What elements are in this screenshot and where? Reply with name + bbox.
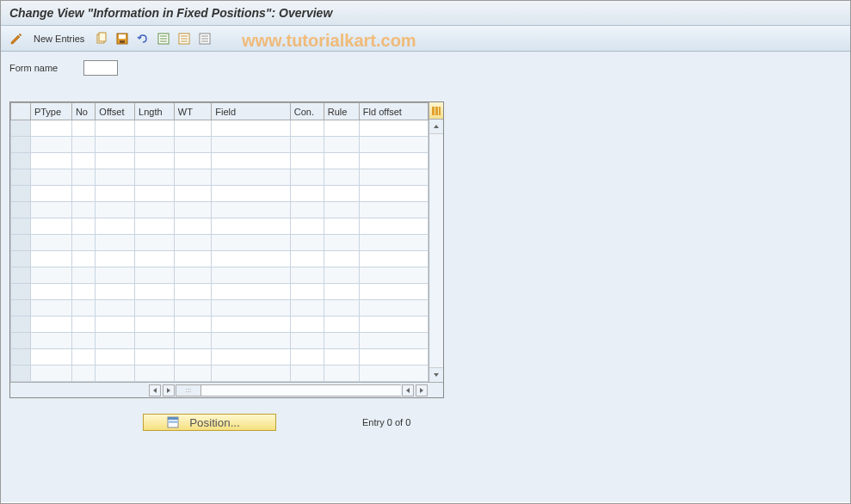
cell[interactable]	[30, 137, 71, 153]
col-con[interactable]: Con.	[290, 103, 324, 120]
col-fldoffset[interactable]: Fld offset	[359, 103, 428, 120]
cell[interactable]	[135, 218, 175, 235]
cell[interactable]	[135, 137, 175, 153]
col-offset[interactable]: Offset	[96, 103, 135, 120]
cell[interactable]	[324, 284, 359, 300]
cell[interactable]	[71, 333, 95, 349]
toggle-change-icon[interactable]	[8, 31, 25, 46]
cell[interactable]	[290, 202, 324, 218]
cell[interactable]	[212, 137, 291, 153]
cell[interactable]	[212, 284, 291, 300]
cell[interactable]	[30, 153, 71, 169]
cell[interactable]	[359, 251, 428, 267]
cell[interactable]	[324, 366, 359, 382]
cell[interactable]	[174, 317, 211, 333]
cell[interactable]	[96, 169, 135, 186]
cell[interactable]	[212, 251, 291, 267]
cell[interactable]	[30, 202, 71, 218]
cell[interactable]	[324, 202, 359, 218]
row-selector[interactable]	[11, 218, 31, 235]
cell[interactable]	[212, 153, 291, 169]
copy-icon[interactable]	[93, 31, 110, 46]
cell[interactable]	[96, 300, 135, 317]
cell[interactable]	[290, 169, 324, 186]
cell[interactable]	[96, 218, 135, 235]
cell[interactable]	[212, 349, 291, 366]
cell[interactable]	[96, 267, 135, 284]
cell[interactable]	[30, 186, 71, 202]
undo-icon[interactable]	[134, 31, 151, 46]
deselect-all-icon[interactable]	[176, 31, 193, 46]
cell[interactable]	[212, 267, 291, 284]
cell[interactable]	[135, 267, 175, 284]
cell[interactable]	[324, 153, 359, 169]
cell[interactable]	[290, 300, 324, 317]
cell[interactable]	[30, 300, 71, 317]
cell[interactable]	[135, 317, 175, 333]
cell[interactable]	[324, 186, 359, 202]
cell[interactable]	[96, 284, 135, 300]
cell[interactable]	[290, 153, 324, 169]
cell[interactable]	[324, 235, 359, 251]
cell[interactable]	[30, 120, 71, 137]
cell[interactable]	[359, 284, 428, 300]
cell[interactable]	[174, 267, 211, 284]
cell[interactable]	[30, 169, 71, 186]
cell[interactable]	[324, 267, 359, 284]
cell[interactable]	[30, 317, 71, 333]
cell[interactable]	[174, 218, 211, 235]
cell[interactable]	[174, 284, 211, 300]
cell[interactable]	[71, 120, 95, 137]
cell[interactable]	[359, 153, 428, 169]
cell[interactable]	[359, 333, 428, 349]
cell[interactable]	[212, 235, 291, 251]
cell[interactable]	[135, 120, 175, 137]
cell[interactable]	[135, 333, 175, 349]
cell[interactable]	[212, 218, 291, 235]
cell[interactable]	[96, 137, 135, 153]
cell[interactable]	[96, 317, 135, 333]
table-config-icon[interactable]	[429, 102, 443, 120]
cell[interactable]	[359, 120, 428, 137]
cell[interactable]	[290, 137, 324, 153]
cell[interactable]	[30, 333, 71, 349]
col-ptype[interactable]: PType	[30, 103, 71, 120]
cell[interactable]	[290, 366, 324, 382]
row-selector[interactable]	[11, 120, 31, 137]
row-selector[interactable]	[11, 235, 31, 251]
col-no[interactable]: No	[71, 103, 95, 120]
cell[interactable]	[71, 251, 95, 267]
cell[interactable]	[290, 186, 324, 202]
cell[interactable]	[359, 300, 428, 317]
cell[interactable]	[71, 218, 95, 235]
cell[interactable]	[212, 120, 291, 137]
cell[interactable]	[135, 366, 175, 382]
cell[interactable]	[174, 235, 211, 251]
cell[interactable]	[174, 300, 211, 317]
cell[interactable]	[174, 137, 211, 153]
cell[interactable]	[212, 317, 291, 333]
cell[interactable]	[30, 284, 71, 300]
cell[interactable]	[359, 235, 428, 251]
cell[interactable]	[96, 366, 135, 382]
cell[interactable]	[359, 169, 428, 186]
cell[interactable]	[324, 251, 359, 267]
cell[interactable]	[96, 153, 135, 169]
row-selector[interactable]	[11, 137, 31, 153]
row-selector[interactable]	[11, 267, 31, 284]
row-selector-header[interactable]	[11, 103, 31, 120]
cell[interactable]	[96, 186, 135, 202]
cell[interactable]	[135, 169, 175, 186]
scroll-left-end-icon[interactable]	[402, 384, 414, 396]
scroll-up-icon[interactable]	[429, 120, 443, 134]
row-selector[interactable]	[11, 300, 31, 317]
vertical-scrollbar[interactable]	[429, 102, 443, 382]
cell[interactable]	[290, 317, 324, 333]
cell[interactable]	[359, 267, 428, 284]
select-all-icon[interactable]	[155, 31, 172, 46]
cell[interactable]	[71, 169, 95, 186]
new-entries-button[interactable]: New Entries	[28, 32, 89, 46]
cell[interactable]	[359, 218, 428, 235]
row-selector[interactable]	[11, 169, 31, 186]
cell[interactable]	[290, 218, 324, 235]
